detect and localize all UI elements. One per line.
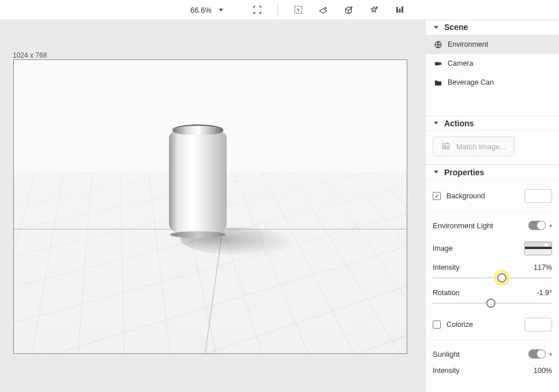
svg-rect-2 (399, 9, 400, 13)
image-row: Image (433, 236, 552, 261)
colorize-row: Colorize (433, 312, 552, 337)
background-color-swatch[interactable] (524, 189, 552, 203)
scene-item-label: Camera (448, 59, 473, 67)
chevron-down-icon (219, 9, 223, 12)
panel-header-scene[interactable]: Scene (426, 20, 559, 35)
scene-item-label: Environment (448, 40, 488, 48)
add-star-icon[interactable] (369, 5, 380, 15)
rotation-slider-knob[interactable] (486, 299, 496, 308)
fit-screen-icon[interactable] (252, 5, 262, 15)
sunlight-label: Sunlight (433, 350, 460, 359)
properties-title: Properties (444, 168, 484, 177)
match-image-icon (441, 141, 451, 152)
rotation-label: Rotation (433, 289, 460, 297)
env-light-label: Environment Light (433, 221, 493, 230)
chevron-down-icon[interactable]: ▾ (549, 223, 552, 229)
render-icon[interactable] (395, 5, 405, 15)
top-toolbar: 66.6% (0, 0, 559, 20)
chevron-down-icon[interactable]: ▾ (549, 351, 552, 357)
scene-list: Environment Camera Beverage Can (426, 35, 559, 92)
match-image-label: Match Image... (456, 142, 506, 151)
env-light-row: Environment Light ▾ (433, 215, 552, 236)
panel-header-properties[interactable]: Properties (426, 165, 559, 180)
svg-rect-3 (402, 6, 403, 13)
intensity-value[interactable]: 117% (534, 263, 552, 272)
env-light-toggle[interactable] (528, 221, 546, 230)
rotation-slider-row: Rotation -1.9° (433, 287, 552, 312)
scene-item-environment[interactable]: Environment (426, 35, 559, 54)
toolbar-separator (277, 5, 278, 15)
background-checkbox[interactable] (433, 192, 441, 200)
frame-marquee-icon[interactable] (293, 5, 303, 15)
right-panel: Scene Environment Camera (425, 20, 559, 392)
image-label: Image (433, 244, 453, 252)
folder-icon (434, 78, 442, 86)
background-label: Background (447, 192, 485, 200)
chevron-down-icon (434, 26, 438, 29)
svg-rect-1 (396, 7, 398, 13)
colorize-checkbox[interactable] (433, 321, 441, 329)
sun-intensity-value[interactable]: 100% (534, 367, 552, 375)
beverage-can-model[interactable] (169, 125, 227, 237)
add-plane-icon[interactable] (318, 5, 329, 15)
scene-item-label: Beverage Can (448, 78, 494, 86)
intensity-slider-knob[interactable] (497, 273, 507, 282)
scene-item-beverage-can[interactable]: Beverage Can (426, 73, 559, 92)
env-image-swatch[interactable] (524, 242, 552, 255)
sun-intensity-label: Intensity (433, 367, 460, 375)
intensity-label: Intensity (433, 263, 460, 272)
colorize-label: Colorize (447, 321, 473, 329)
background-row: Background (433, 183, 552, 209)
scene-item-camera[interactable]: Camera (426, 54, 559, 73)
zoom-value: 66.6% (190, 6, 212, 14)
canvas-size-label: 1024 x 768 (13, 51, 47, 59)
chevron-down-icon (434, 122, 438, 125)
chevron-down-icon (434, 171, 438, 174)
intensity-slider[interactable] (433, 277, 552, 278)
sunlight-toggle[interactable] (528, 349, 546, 359)
rotation-slider[interactable] (433, 303, 552, 304)
svg-rect-5 (434, 62, 439, 66)
sunlight-row: Sunlight ▾ (433, 344, 552, 364)
camera-icon (434, 59, 442, 67)
actions-title: Actions (444, 119, 474, 128)
intensity-slider-row: Intensity 117% (433, 261, 552, 287)
rotation-value[interactable]: -1.9° (537, 289, 552, 297)
globe-icon (434, 40, 442, 48)
canvas-3d[interactable] (13, 59, 407, 354)
scene-title: Scene (444, 22, 468, 32)
viewport[interactable]: 1024 x 768 (0, 20, 425, 392)
zoom-control[interactable]: 66.6% (190, 6, 223, 14)
add-cube-icon[interactable] (344, 5, 354, 15)
sun-intensity-row: Intensity 100% (433, 364, 552, 375)
match-image-button[interactable]: Match Image... (433, 137, 515, 156)
panel-header-actions[interactable]: Actions (426, 116, 559, 131)
colorize-color-swatch[interactable] (524, 318, 552, 331)
